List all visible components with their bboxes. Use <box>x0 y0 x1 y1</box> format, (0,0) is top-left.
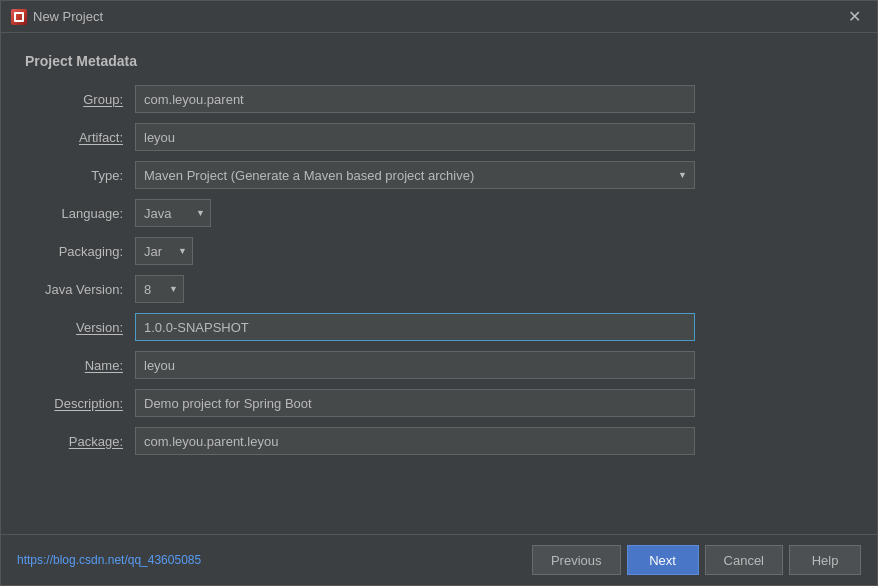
type-row: Type: Maven Project (Generate a Maven ba… <box>25 161 853 189</box>
version-label: Version: <box>25 320 135 335</box>
help-button[interactable]: Help <box>789 545 861 575</box>
version-input[interactable] <box>135 313 695 341</box>
language-row: Language: Java Kotlin Groovy <box>25 199 853 227</box>
language-select-wrapper: Java Kotlin Groovy <box>135 199 211 227</box>
java-version-select-wrapper: 8 11 17 <box>135 275 184 303</box>
section-title: Project Metadata <box>25 53 853 69</box>
package-input[interactable] <box>135 427 695 455</box>
type-label: Type: <box>25 168 135 183</box>
packaging-row: Packaging: Jar War <box>25 237 853 265</box>
dialog-content: Project Metadata Group: Artifact: Type: … <box>1 33 877 534</box>
name-label: Name: <box>25 358 135 373</box>
footer-url[interactable]: https://blog.csdn.net/qq_43605085 <box>17 553 201 567</box>
packaging-select[interactable]: Jar War <box>135 237 193 265</box>
java-version-label: Java Version: <box>25 282 135 297</box>
close-button[interactable]: ✕ <box>842 7 867 27</box>
type-select-wrapper: Maven Project (Generate a Maven based pr… <box>135 161 695 189</box>
name-input[interactable] <box>135 351 695 379</box>
java-version-select[interactable]: 8 11 17 <box>135 275 184 303</box>
previous-button[interactable]: Previous <box>532 545 621 575</box>
description-input[interactable] <box>135 389 695 417</box>
group-row: Group: <box>25 85 853 113</box>
title-bar-left: New Project <box>11 9 103 25</box>
description-row: Description: <box>25 389 853 417</box>
artifact-input[interactable] <box>135 123 695 151</box>
next-button[interactable]: Next <box>627 545 699 575</box>
dialog-title: New Project <box>33 9 103 24</box>
description-label: Description: <box>25 396 135 411</box>
dialog-footer: https://blog.csdn.net/qq_43605085 Previo… <box>1 534 877 585</box>
artifact-label: Artifact: <box>25 130 135 145</box>
java-version-row: Java Version: 8 11 17 <box>25 275 853 303</box>
title-bar: New Project ✕ <box>1 1 877 33</box>
language-label: Language: <box>25 206 135 221</box>
group-label: Group: <box>25 92 135 107</box>
package-row: Package: <box>25 427 853 455</box>
type-select[interactable]: Maven Project (Generate a Maven based pr… <box>135 161 695 189</box>
new-project-dialog: New Project ✕ Project Metadata Group: Ar… <box>0 0 878 586</box>
packaging-select-wrapper: Jar War <box>135 237 193 265</box>
cancel-button[interactable]: Cancel <box>705 545 783 575</box>
packaging-label: Packaging: <box>25 244 135 259</box>
app-icon-inner <box>14 12 24 22</box>
app-icon <box>11 9 27 25</box>
language-select[interactable]: Java Kotlin Groovy <box>135 199 211 227</box>
package-label: Package: <box>25 434 135 449</box>
group-input[interactable] <box>135 85 695 113</box>
artifact-row: Artifact: <box>25 123 853 151</box>
name-row: Name: <box>25 351 853 379</box>
footer-buttons: Previous Next Cancel Help <box>532 545 861 575</box>
version-row: Version: <box>25 313 853 341</box>
